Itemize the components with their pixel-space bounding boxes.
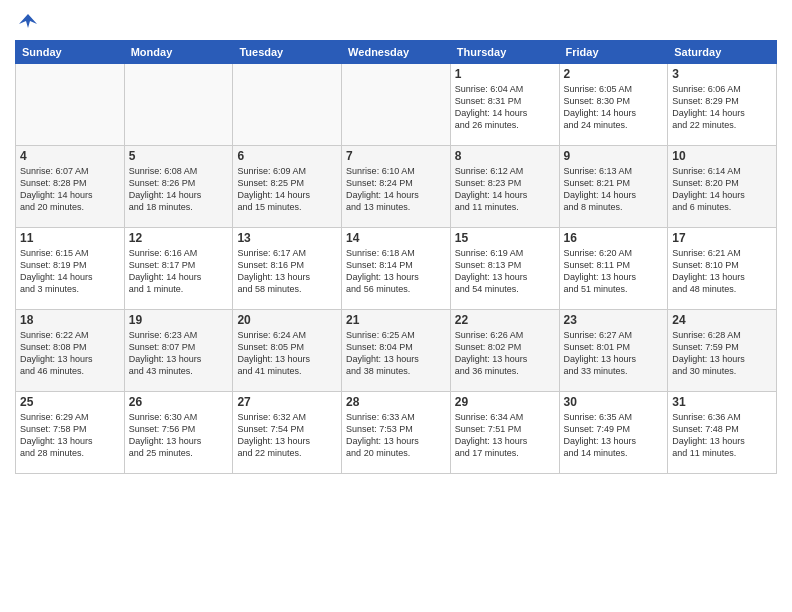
day-info: Sunrise: 6:08 AM Sunset: 8:26 PM Dayligh…	[129, 165, 229, 214]
calendar-cell: 11Sunrise: 6:15 AM Sunset: 8:19 PM Dayli…	[16, 228, 125, 310]
calendar-week-row: 1Sunrise: 6:04 AM Sunset: 8:31 PM Daylig…	[16, 64, 777, 146]
calendar-cell: 14Sunrise: 6:18 AM Sunset: 8:14 PM Dayli…	[342, 228, 451, 310]
day-info: Sunrise: 6:12 AM Sunset: 8:23 PM Dayligh…	[455, 165, 555, 214]
day-info: Sunrise: 6:14 AM Sunset: 8:20 PM Dayligh…	[672, 165, 772, 214]
calendar-body: 1Sunrise: 6:04 AM Sunset: 8:31 PM Daylig…	[16, 64, 777, 474]
weekday-header-friday: Friday	[559, 41, 668, 64]
calendar-cell: 1Sunrise: 6:04 AM Sunset: 8:31 PM Daylig…	[450, 64, 559, 146]
day-number: 17	[672, 231, 772, 245]
day-info: Sunrise: 6:24 AM Sunset: 8:05 PM Dayligh…	[237, 329, 337, 378]
day-info: Sunrise: 6:16 AM Sunset: 8:17 PM Dayligh…	[129, 247, 229, 296]
day-info: Sunrise: 6:06 AM Sunset: 8:29 PM Dayligh…	[672, 83, 772, 132]
calendar-cell	[16, 64, 125, 146]
calendar-week-row: 11Sunrise: 6:15 AM Sunset: 8:19 PM Dayli…	[16, 228, 777, 310]
day-info: Sunrise: 6:15 AM Sunset: 8:19 PM Dayligh…	[20, 247, 120, 296]
day-info: Sunrise: 6:30 AM Sunset: 7:56 PM Dayligh…	[129, 411, 229, 460]
day-number: 13	[237, 231, 337, 245]
calendar-week-row: 18Sunrise: 6:22 AM Sunset: 8:08 PM Dayli…	[16, 310, 777, 392]
calendar-cell: 3Sunrise: 6:06 AM Sunset: 8:29 PM Daylig…	[668, 64, 777, 146]
day-number: 27	[237, 395, 337, 409]
day-number: 20	[237, 313, 337, 327]
calendar-cell: 30Sunrise: 6:35 AM Sunset: 7:49 PM Dayli…	[559, 392, 668, 474]
day-number: 30	[564, 395, 664, 409]
calendar-cell: 24Sunrise: 6:28 AM Sunset: 7:59 PM Dayli…	[668, 310, 777, 392]
day-number: 21	[346, 313, 446, 327]
calendar-cell: 5Sunrise: 6:08 AM Sunset: 8:26 PM Daylig…	[124, 146, 233, 228]
day-info: Sunrise: 6:32 AM Sunset: 7:54 PM Dayligh…	[237, 411, 337, 460]
day-info: Sunrise: 6:20 AM Sunset: 8:11 PM Dayligh…	[564, 247, 664, 296]
day-info: Sunrise: 6:35 AM Sunset: 7:49 PM Dayligh…	[564, 411, 664, 460]
day-number: 15	[455, 231, 555, 245]
day-number: 31	[672, 395, 772, 409]
logo	[15, 10, 37, 32]
weekday-header-thursday: Thursday	[450, 41, 559, 64]
day-number: 26	[129, 395, 229, 409]
calendar-cell: 2Sunrise: 6:05 AM Sunset: 8:30 PM Daylig…	[559, 64, 668, 146]
calendar-cell	[233, 64, 342, 146]
calendar-week-row: 25Sunrise: 6:29 AM Sunset: 7:58 PM Dayli…	[16, 392, 777, 474]
calendar-header: SundayMondayTuesdayWednesdayThursdayFrid…	[16, 41, 777, 64]
calendar-cell: 18Sunrise: 6:22 AM Sunset: 8:08 PM Dayli…	[16, 310, 125, 392]
day-info: Sunrise: 6:09 AM Sunset: 8:25 PM Dayligh…	[237, 165, 337, 214]
day-number: 16	[564, 231, 664, 245]
day-info: Sunrise: 6:13 AM Sunset: 8:21 PM Dayligh…	[564, 165, 664, 214]
calendar-cell: 15Sunrise: 6:19 AM Sunset: 8:13 PM Dayli…	[450, 228, 559, 310]
day-info: Sunrise: 6:17 AM Sunset: 8:16 PM Dayligh…	[237, 247, 337, 296]
calendar-cell: 31Sunrise: 6:36 AM Sunset: 7:48 PM Dayli…	[668, 392, 777, 474]
svg-marker-0	[19, 14, 37, 28]
day-number: 5	[129, 149, 229, 163]
calendar-cell: 22Sunrise: 6:26 AM Sunset: 8:02 PM Dayli…	[450, 310, 559, 392]
calendar-cell: 27Sunrise: 6:32 AM Sunset: 7:54 PM Dayli…	[233, 392, 342, 474]
logo-bird-icon	[17, 10, 39, 32]
weekday-row: SundayMondayTuesdayWednesdayThursdayFrid…	[16, 41, 777, 64]
day-info: Sunrise: 6:28 AM Sunset: 7:59 PM Dayligh…	[672, 329, 772, 378]
day-info: Sunrise: 6:34 AM Sunset: 7:51 PM Dayligh…	[455, 411, 555, 460]
calendar-week-row: 4Sunrise: 6:07 AM Sunset: 8:28 PM Daylig…	[16, 146, 777, 228]
calendar-cell: 23Sunrise: 6:27 AM Sunset: 8:01 PM Dayli…	[559, 310, 668, 392]
weekday-header-tuesday: Tuesday	[233, 41, 342, 64]
day-number: 25	[20, 395, 120, 409]
day-info: Sunrise: 6:25 AM Sunset: 8:04 PM Dayligh…	[346, 329, 446, 378]
day-info: Sunrise: 6:26 AM Sunset: 8:02 PM Dayligh…	[455, 329, 555, 378]
calendar-cell: 4Sunrise: 6:07 AM Sunset: 8:28 PM Daylig…	[16, 146, 125, 228]
calendar-cell: 8Sunrise: 6:12 AM Sunset: 8:23 PM Daylig…	[450, 146, 559, 228]
day-number: 23	[564, 313, 664, 327]
day-info: Sunrise: 6:10 AM Sunset: 8:24 PM Dayligh…	[346, 165, 446, 214]
calendar-cell	[124, 64, 233, 146]
calendar-cell: 16Sunrise: 6:20 AM Sunset: 8:11 PM Dayli…	[559, 228, 668, 310]
calendar-cell: 25Sunrise: 6:29 AM Sunset: 7:58 PM Dayli…	[16, 392, 125, 474]
calendar-cell: 28Sunrise: 6:33 AM Sunset: 7:53 PM Dayli…	[342, 392, 451, 474]
weekday-header-wednesday: Wednesday	[342, 41, 451, 64]
day-number: 2	[564, 67, 664, 81]
calendar-table: SundayMondayTuesdayWednesdayThursdayFrid…	[15, 40, 777, 474]
calendar-cell: 26Sunrise: 6:30 AM Sunset: 7:56 PM Dayli…	[124, 392, 233, 474]
day-info: Sunrise: 6:05 AM Sunset: 8:30 PM Dayligh…	[564, 83, 664, 132]
calendar-cell: 12Sunrise: 6:16 AM Sunset: 8:17 PM Dayli…	[124, 228, 233, 310]
day-number: 19	[129, 313, 229, 327]
day-info: Sunrise: 6:18 AM Sunset: 8:14 PM Dayligh…	[346, 247, 446, 296]
calendar-cell: 20Sunrise: 6:24 AM Sunset: 8:05 PM Dayli…	[233, 310, 342, 392]
day-info: Sunrise: 6:23 AM Sunset: 8:07 PM Dayligh…	[129, 329, 229, 378]
day-info: Sunrise: 6:07 AM Sunset: 8:28 PM Dayligh…	[20, 165, 120, 214]
day-info: Sunrise: 6:33 AM Sunset: 7:53 PM Dayligh…	[346, 411, 446, 460]
day-info: Sunrise: 6:19 AM Sunset: 8:13 PM Dayligh…	[455, 247, 555, 296]
day-number: 18	[20, 313, 120, 327]
weekday-header-monday: Monday	[124, 41, 233, 64]
day-number: 10	[672, 149, 772, 163]
day-number: 9	[564, 149, 664, 163]
day-info: Sunrise: 6:36 AM Sunset: 7:48 PM Dayligh…	[672, 411, 772, 460]
day-number: 11	[20, 231, 120, 245]
calendar-cell: 6Sunrise: 6:09 AM Sunset: 8:25 PM Daylig…	[233, 146, 342, 228]
calendar-cell: 17Sunrise: 6:21 AM Sunset: 8:10 PM Dayli…	[668, 228, 777, 310]
header	[15, 10, 777, 32]
calendar-cell: 29Sunrise: 6:34 AM Sunset: 7:51 PM Dayli…	[450, 392, 559, 474]
day-number: 7	[346, 149, 446, 163]
calendar-cell	[342, 64, 451, 146]
day-info: Sunrise: 6:27 AM Sunset: 8:01 PM Dayligh…	[564, 329, 664, 378]
calendar-cell: 10Sunrise: 6:14 AM Sunset: 8:20 PM Dayli…	[668, 146, 777, 228]
day-info: Sunrise: 6:29 AM Sunset: 7:58 PM Dayligh…	[20, 411, 120, 460]
weekday-header-sunday: Sunday	[16, 41, 125, 64]
day-info: Sunrise: 6:04 AM Sunset: 8:31 PM Dayligh…	[455, 83, 555, 132]
day-number: 24	[672, 313, 772, 327]
day-number: 12	[129, 231, 229, 245]
